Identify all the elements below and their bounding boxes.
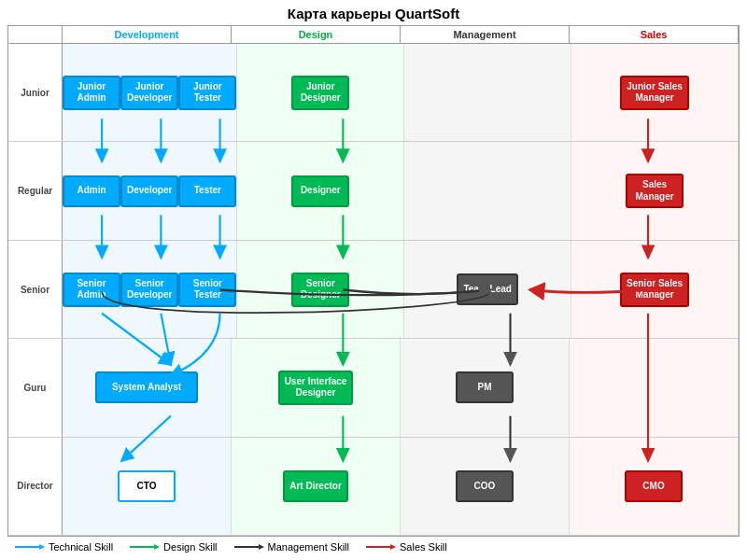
junior-tester-cell: JuniorTester bbox=[178, 44, 236, 141]
design-senior-cell: SeniorDesigner bbox=[237, 241, 404, 338]
svg-marker-29 bbox=[390, 544, 396, 550]
legend-technical: Technical Skill bbox=[15, 541, 113, 553]
mgmt-senior-cell: Team Lead bbox=[404, 241, 571, 338]
system-analyst-box: System Analyst bbox=[95, 371, 198, 403]
admin-box: Admin bbox=[63, 175, 120, 207]
row-regular: Regular Admin Developer Tester bbox=[8, 142, 739, 240]
mgmt-director-cell: COO bbox=[401, 438, 570, 535]
chart-area: Development Design Management Sales Juni… bbox=[7, 25, 740, 537]
col-header-mgmt: Management bbox=[401, 26, 570, 43]
legend-management: Management Skill bbox=[234, 541, 349, 553]
developer-cell: Developer bbox=[120, 142, 178, 239]
cmo-box: CMO bbox=[625, 470, 683, 502]
management-skill-label: Management Skill bbox=[268, 541, 349, 553]
sales-director-cell: CMO bbox=[570, 438, 739, 535]
row-director: Director CTO Art Director COO CMO bbox=[8, 438, 739, 536]
art-director-box: Art Director bbox=[283, 470, 348, 502]
row-label-junior: Junior bbox=[8, 44, 63, 141]
grid-wrapper: Junior JuniorAdmin JuniorDeveloper Junio… bbox=[8, 44, 739, 536]
svg-marker-23 bbox=[39, 544, 45, 550]
row-junior: Junior JuniorAdmin JuniorDeveloper Junio… bbox=[8, 44, 739, 142]
admin-cell: Admin bbox=[63, 142, 120, 239]
row-label-regular: Regular bbox=[8, 142, 63, 239]
design-skill-label: Design Skill bbox=[163, 541, 217, 553]
developer-box: Developer bbox=[120, 175, 178, 207]
junior-admin-cell: JuniorAdmin bbox=[63, 44, 120, 141]
senior-tester-cell: SeniorTester bbox=[178, 241, 236, 338]
junior-sales-manager-box: Junior SalesManager bbox=[620, 76, 688, 110]
sales-skill-label: Sales Skill bbox=[400, 541, 447, 553]
main-container: Карта карьеры QuartSoft Development Desi… bbox=[0, 0, 747, 560]
junior-tester-box: JuniorTester bbox=[178, 76, 236, 110]
sales-regular-cell: SalesManager bbox=[571, 142, 739, 239]
junior-designer-box: JuniorDesigner bbox=[291, 76, 349, 110]
dev-director-cell: CTO bbox=[63, 438, 232, 535]
senior-developer-box: SeniorDeveloper bbox=[120, 273, 178, 307]
mgmt-junior-cell bbox=[404, 44, 571, 141]
ui-designer-box: User InterfaceDesigner bbox=[278, 371, 354, 405]
senior-tester-box: SeniorTester bbox=[178, 273, 236, 307]
rows-area: Junior JuniorAdmin JuniorDeveloper Junio… bbox=[8, 44, 739, 536]
svg-marker-25 bbox=[154, 544, 160, 550]
row-label-senior: Senior bbox=[8, 241, 63, 338]
row-label-director: Director bbox=[8, 438, 63, 535]
page-title: Карта карьеры QuartSoft bbox=[7, 6, 740, 21]
management-skill-arrow bbox=[234, 542, 264, 552]
design-director-cell: Art Director bbox=[232, 438, 401, 535]
row-label-guru: Guru bbox=[8, 339, 63, 436]
svg-marker-27 bbox=[259, 544, 264, 550]
pm-box: PM bbox=[456, 371, 514, 403]
tester-box: Tester bbox=[178, 175, 236, 207]
design-junior-cell: JuniorDesigner bbox=[237, 44, 404, 141]
col-header-sales: Sales bbox=[570, 26, 739, 43]
row-senior: Senior SeniorAdmin SeniorDeveloper Senio… bbox=[8, 241, 739, 339]
technical-skill-label: Technical Skill bbox=[49, 541, 113, 553]
senior-sales-manager-box: Senior SalesManager bbox=[620, 273, 689, 307]
dev-regular-cell: Admin Developer Tester bbox=[63, 142, 237, 239]
coo-box: COO bbox=[456, 470, 514, 502]
sales-manager-box: SalesManager bbox=[626, 174, 684, 208]
sales-guru-cell bbox=[570, 339, 739, 436]
sales-skill-arrow bbox=[366, 542, 396, 552]
technical-skill-arrow bbox=[15, 542, 45, 552]
junior-developer-cell: JuniorDeveloper bbox=[120, 44, 178, 141]
tester-cell: Tester bbox=[178, 142, 236, 239]
dev-senior-cell: SeniorAdmin SeniorDeveloper SeniorTester bbox=[63, 241, 237, 338]
legend-design: Design Skill bbox=[130, 541, 217, 553]
column-headers: Development Design Management Sales bbox=[8, 26, 739, 44]
cto-box: CTO bbox=[118, 470, 176, 502]
empty-header bbox=[8, 26, 63, 43]
dev-guru-cell: System Analyst bbox=[63, 339, 232, 436]
row-guru: Guru System Analyst User InterfaceDesign… bbox=[8, 339, 739, 437]
design-skill-arrow bbox=[130, 542, 160, 552]
senior-admin-box: SeniorAdmin bbox=[63, 273, 120, 307]
design-regular-cell: Designer bbox=[237, 142, 404, 239]
senior-developer-cell: SeniorDeveloper bbox=[120, 241, 178, 338]
legend-sales: Sales Skill bbox=[366, 541, 447, 553]
legend: Technical Skill Design Skill Management … bbox=[7, 537, 740, 554]
sales-junior-cell: Junior SalesManager bbox=[571, 44, 739, 141]
design-guru-cell: User InterfaceDesigner bbox=[232, 339, 401, 436]
mgmt-guru-cell: PM bbox=[401, 339, 570, 436]
junior-admin-box: JuniorAdmin bbox=[63, 76, 120, 110]
mgmt-regular-cell bbox=[404, 142, 571, 239]
designer-box: Designer bbox=[291, 175, 349, 207]
sales-senior-cell: Senior SalesManager bbox=[571, 241, 739, 338]
col-header-design: Design bbox=[232, 26, 401, 43]
senior-admin-cell: SeniorAdmin bbox=[63, 241, 120, 338]
senior-designer-box: SeniorDesigner bbox=[291, 273, 349, 307]
col-header-dev: Development bbox=[63, 26, 232, 43]
junior-developer-box: JuniorDeveloper bbox=[120, 76, 178, 110]
dev-junior-cell: JuniorAdmin JuniorDeveloper JuniorTester bbox=[63, 44, 237, 141]
team-lead-box: Team Lead bbox=[457, 273, 518, 305]
